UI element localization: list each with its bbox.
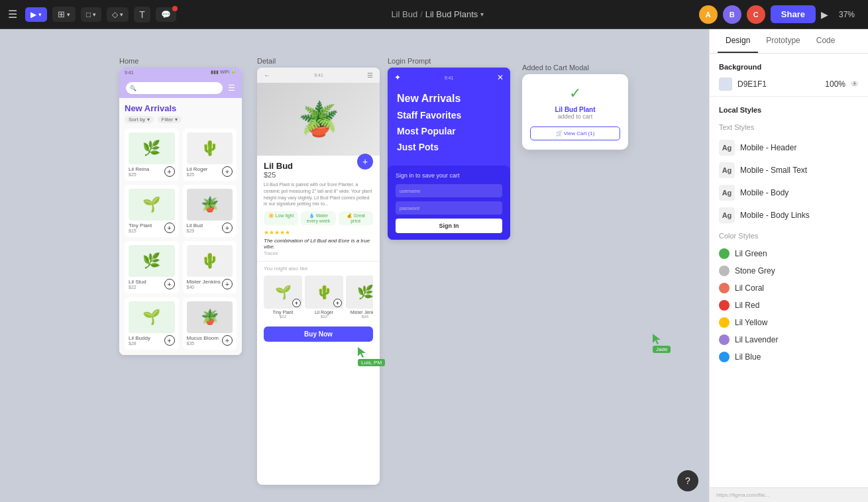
zoom-level[interactable]: 37% bbox=[834, 7, 860, 22]
detail-hero-image: 🪴 bbox=[257, 83, 380, 156]
tool-pen[interactable]: ◇ ▾ bbox=[107, 7, 129, 22]
visibility-icon[interactable]: 👁 bbox=[851, 79, 859, 89]
might-like-row: 🌱+ Tiny Plant $22 🌵+ Lil Roger $22 🌿+ Mi… bbox=[264, 276, 373, 319]
color-style-lil-blue[interactable]: Lil Blue bbox=[710, 348, 868, 366]
back-icon[interactable]: ← bbox=[264, 72, 270, 79]
feature-chip-light: ☀️ Low light bbox=[264, 211, 298, 225]
add-to-cart-button[interactable]: + bbox=[222, 223, 233, 233]
view-cart-button[interactable]: 🛒 View Cart (1) bbox=[530, 126, 620, 140]
tab-prototype[interactable]: Prototype bbox=[758, 29, 808, 53]
style-name: Stone Grey bbox=[735, 266, 775, 276]
plants-grid: 🌿 Lil Reina $25 + 🌵 Lil Roger $25 + 🌱 Ti… bbox=[125, 128, 237, 350]
add-to-cart-fab[interactable]: + bbox=[357, 154, 373, 170]
style-name: Mobile - Body bbox=[740, 188, 788, 197]
sign-in-button[interactable]: Sign In bbox=[396, 219, 502, 233]
color-style-lil-coral[interactable]: Lil Coral bbox=[710, 279, 868, 297]
nav-item-new-arrivals[interactable]: New Arrivals bbox=[397, 93, 501, 105]
sort-chip[interactable]: Sort by ▾ bbox=[125, 116, 154, 123]
plant-image: 🌱 bbox=[129, 189, 175, 221]
frame-label-login: Login Prompt bbox=[388, 57, 431, 65]
avatar-3: C bbox=[747, 5, 765, 24]
cursor-label-jade: Jade bbox=[653, 346, 671, 353]
filter-chip[interactable]: Filter ▾ bbox=[158, 116, 182, 123]
detail-stars: ★★★★★ bbox=[264, 229, 373, 236]
tool-comment[interactable]: 💬 bbox=[156, 7, 176, 22]
file-name[interactable]: Lil Bud Plants bbox=[425, 9, 478, 19]
bg-opacity-value[interactable]: 100% bbox=[825, 79, 845, 89]
might-like-img: 🌱+ bbox=[264, 276, 302, 309]
detail-plant-desc: Lil Bud Plant is paired with our Eore Pl… bbox=[264, 181, 373, 207]
cursor-arrow-icon bbox=[358, 347, 366, 358]
detail-features: ☀️ Low light 💧 Water every week 💰 Great … bbox=[264, 211, 373, 225]
tab-code[interactable]: Code bbox=[808, 29, 843, 53]
text-style-mobile-header[interactable]: Ag Mobile - Header bbox=[710, 136, 868, 159]
add-to-cart-button[interactable]: + bbox=[222, 166, 233, 177]
help-button[interactable]: ? bbox=[677, 470, 698, 491]
home-search-bar[interactable]: 🔍 bbox=[126, 82, 223, 94]
nav-item-popular[interactable]: Most Popular bbox=[397, 126, 501, 136]
add-to-cart-button[interactable]: + bbox=[164, 279, 175, 289]
color-swatch-red bbox=[719, 300, 730, 311]
nav-item-staff[interactable]: Staff Favorites bbox=[397, 110, 501, 121]
detail-author: Tracee bbox=[264, 251, 373, 256]
color-style-stone-grey[interactable]: Stone Grey bbox=[710, 262, 868, 279]
text-style-mobile-small[interactable]: Ag Mobile - Small Text bbox=[710, 159, 868, 181]
detail-info: Lil Bud $25 Lil Bud Plant is paired with… bbox=[257, 156, 380, 261]
check-icon: ✓ bbox=[530, 85, 620, 102]
text-style-mobile-body[interactable]: Ag Mobile - Body bbox=[710, 181, 868, 204]
nav-item-pots[interactable]: Just Pots bbox=[397, 142, 501, 152]
tool-text[interactable]: T bbox=[134, 7, 150, 23]
text-style-mobile-body-links[interactable]: Ag Mobile - Body Links bbox=[710, 204, 868, 226]
color-style-lil-green[interactable]: Lil Green bbox=[710, 245, 868, 262]
modal-plant-name: Lil Bud Plant bbox=[530, 106, 620, 113]
plant-card: 🪴 Lil Bud $29 + bbox=[183, 185, 237, 237]
share-button[interactable]: Share bbox=[771, 5, 816, 23]
bg-color-swatch[interactable] bbox=[719, 77, 732, 91]
close-icon[interactable]: ✕ bbox=[497, 73, 504, 82]
might-like-item: 🌵+ Lil Roger $22 bbox=[305, 276, 343, 319]
plant-card: 🌱 Lil Buddy $28 + bbox=[125, 297, 179, 350]
url-bar: https://figma.com/file... bbox=[710, 487, 868, 502]
play-icon[interactable]: ▶ bbox=[821, 9, 828, 20]
style-name: Mobile - Header bbox=[740, 143, 796, 152]
color-swatch-grey bbox=[719, 266, 730, 276]
ml-add-btn[interactable]: + bbox=[292, 299, 301, 307]
bg-row: D9E1F1 100% 👁 bbox=[719, 77, 859, 91]
tool-frame[interactable]: ⊞ ▾ bbox=[52, 7, 76, 22]
might-like-img: 🌵+ bbox=[305, 276, 343, 309]
plant-card: 🌿 Lil Stud $22 + bbox=[125, 241, 179, 293]
color-style-lil-red[interactable]: Lil Red bbox=[710, 297, 868, 314]
frame-label-detail: Detail bbox=[257, 57, 276, 65]
buy-now-button[interactable]: Buy Now bbox=[264, 326, 373, 342]
search-icon: 🔍 bbox=[130, 85, 136, 91]
color-swatch-green bbox=[719, 248, 730, 259]
frame-label-modal: Added to Cart Modal bbox=[522, 64, 589, 72]
tab-design[interactable]: Design bbox=[718, 29, 758, 53]
add-to-cart-button[interactable]: + bbox=[222, 279, 233, 289]
project-name: Lil Bud bbox=[391, 9, 417, 19]
add-to-cart-button[interactable]: + bbox=[164, 223, 175, 233]
bg-hex-value[interactable]: D9E1F1 bbox=[737, 79, 820, 89]
color-styles-label: Color Styles bbox=[710, 232, 868, 240]
add-to-cart-button[interactable]: + bbox=[222, 335, 233, 346]
login-nav: New Arrivals Staff Favorites Most Popula… bbox=[388, 87, 510, 166]
color-style-lil-lavender[interactable]: Lil Lavender bbox=[710, 331, 868, 348]
tool-move[interactable]: ▶ ▾ bbox=[25, 7, 47, 22]
ml-add-btn[interactable]: + bbox=[333, 299, 342, 307]
detail-menu-icon[interactable]: ☰ bbox=[367, 72, 373, 79]
password-input[interactable]: password bbox=[396, 201, 502, 215]
topbar-title: Lil Bud / Lil Bud Plants ▾ bbox=[182, 9, 694, 19]
modal-subtitle: added to cart bbox=[530, 113, 620, 120]
plant-image: 🌵 bbox=[187, 245, 233, 277]
canvas[interactable]: Home Detail Login Prompt Added to Cart M… bbox=[0, 29, 709, 502]
menu-icon[interactable]: ☰ bbox=[8, 8, 17, 21]
username-input[interactable]: username bbox=[396, 184, 502, 197]
style-name: Lil Blue bbox=[735, 352, 761, 362]
tool-shape[interactable]: □ ▾ bbox=[81, 7, 101, 22]
home-menu-icon[interactable]: ☰ bbox=[228, 83, 235, 93]
color-style-lil-yellow[interactable]: Lil Yellow bbox=[710, 314, 868, 331]
sort-row: Sort by ▾ Filter ▾ bbox=[125, 116, 237, 123]
file-chevron-icon[interactable]: ▾ bbox=[480, 11, 484, 18]
add-to-cart-button[interactable]: + bbox=[164, 335, 175, 346]
add-to-cart-button[interactable]: + bbox=[164, 166, 175, 177]
